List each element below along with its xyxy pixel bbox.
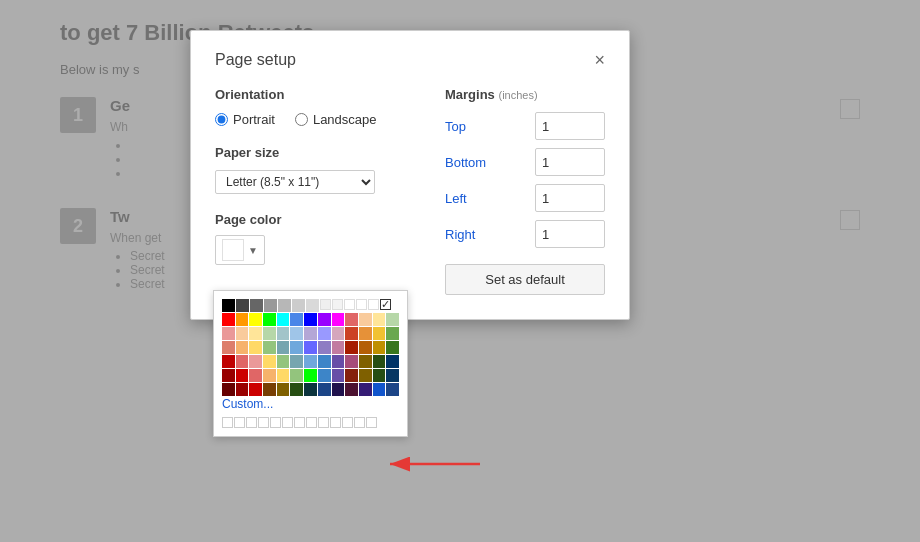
custom-swatch[interactable] — [294, 417, 305, 428]
modal-close-button[interactable]: × — [594, 51, 605, 69]
color-cell[interactable] — [356, 299, 367, 310]
color-cell[interactable] — [373, 383, 386, 396]
color-cell[interactable] — [386, 355, 399, 368]
color-cell[interactable] — [345, 369, 358, 382]
color-cell[interactable] — [263, 341, 276, 354]
color-cell[interactable] — [332, 327, 345, 340]
color-cell[interactable] — [304, 327, 317, 340]
color-cell[interactable] — [318, 341, 331, 354]
portrait-radio[interactable] — [215, 113, 228, 126]
color-cell[interactable] — [318, 369, 331, 382]
color-cell[interactable] — [304, 355, 317, 368]
color-cell[interactable] — [306, 299, 319, 312]
color-cell[interactable] — [304, 313, 317, 326]
color-cell[interactable] — [277, 369, 290, 382]
color-cell[interactable] — [368, 299, 379, 310]
custom-swatch[interactable] — [342, 417, 353, 428]
color-cell[interactable] — [236, 355, 249, 368]
color-cell[interactable] — [304, 369, 317, 382]
color-cell[interactable] — [222, 355, 235, 368]
color-cell[interactable] — [249, 341, 262, 354]
color-cell[interactable] — [373, 313, 386, 326]
color-cell[interactable] — [332, 355, 345, 368]
color-cell[interactable] — [373, 341, 386, 354]
color-cell[interactable] — [236, 383, 249, 396]
custom-swatch[interactable] — [282, 417, 293, 428]
color-cell[interactable] — [359, 383, 372, 396]
color-cell[interactable] — [332, 383, 345, 396]
color-cell[interactable] — [304, 341, 317, 354]
set-as-default-button[interactable]: Set as default — [445, 264, 605, 295]
color-cell[interactable] — [332, 341, 345, 354]
color-cell[interactable] — [386, 369, 399, 382]
color-cell[interactable] — [236, 369, 249, 382]
color-cell[interactable] — [332, 299, 343, 310]
color-cell[interactable] — [318, 355, 331, 368]
color-cell[interactable] — [345, 327, 358, 340]
color-cell[interactable] — [249, 369, 262, 382]
custom-color-link[interactable]: Custom... — [222, 397, 399, 411]
color-cell[interactable] — [263, 355, 276, 368]
color-cell[interactable] — [277, 341, 290, 354]
color-cell[interactable] — [359, 341, 372, 354]
custom-swatch[interactable] — [318, 417, 329, 428]
color-cell[interactable] — [373, 369, 386, 382]
custom-swatch[interactable] — [222, 417, 233, 428]
color-cell[interactable] — [222, 369, 235, 382]
color-cell[interactable] — [345, 341, 358, 354]
custom-swatch[interactable] — [330, 417, 341, 428]
color-cell[interactable] — [318, 383, 331, 396]
color-cell[interactable] — [290, 341, 303, 354]
color-cell[interactable] — [304, 383, 317, 396]
color-cell[interactable] — [332, 313, 345, 326]
color-cell[interactable] — [290, 313, 303, 326]
color-cell[interactable] — [359, 327, 372, 340]
color-cell[interactable] — [373, 355, 386, 368]
color-cell[interactable] — [236, 313, 249, 326]
color-cell[interactable] — [277, 383, 290, 396]
color-cell[interactable] — [345, 355, 358, 368]
color-cell[interactable] — [263, 369, 276, 382]
color-cell[interactable] — [318, 327, 331, 340]
custom-swatch[interactable] — [306, 417, 317, 428]
page-color-button[interactable]: ▼ — [215, 235, 265, 265]
color-cell[interactable] — [290, 369, 303, 382]
color-cell[interactable] — [290, 355, 303, 368]
color-cell[interactable] — [386, 383, 399, 396]
color-cell[interactable] — [222, 299, 235, 312]
landscape-radio[interactable] — [295, 113, 308, 126]
color-cell[interactable] — [359, 355, 372, 368]
color-cell[interactable] — [277, 313, 290, 326]
color-cell[interactable] — [359, 313, 372, 326]
custom-swatch[interactable] — [234, 417, 245, 428]
color-cell[interactable] — [386, 327, 399, 340]
custom-swatch[interactable] — [258, 417, 269, 428]
color-cell[interactable] — [318, 313, 331, 326]
color-cell[interactable] — [345, 383, 358, 396]
color-cell[interactable] — [249, 383, 262, 396]
color-cell[interactable] — [344, 299, 355, 310]
color-cell[interactable] — [263, 313, 276, 326]
color-cell[interactable] — [386, 341, 399, 354]
color-cell[interactable] — [236, 327, 249, 340]
color-cell[interactable] — [292, 299, 305, 312]
margin-left-input[interactable] — [535, 184, 605, 212]
color-cell[interactable] — [263, 383, 276, 396]
color-cell[interactable] — [249, 355, 262, 368]
color-cell[interactable] — [332, 369, 345, 382]
color-cell[interactable] — [320, 299, 331, 310]
custom-swatch[interactable] — [246, 417, 257, 428]
color-cell[interactable] — [222, 327, 235, 340]
paper-size-select[interactable]: Letter (8.5" x 11") A4 (8.27" x 11.69") … — [215, 170, 375, 194]
color-cell[interactable] — [249, 327, 262, 340]
margin-bottom-input[interactable] — [535, 148, 605, 176]
color-cell[interactable] — [290, 383, 303, 396]
color-cell[interactable] — [236, 341, 249, 354]
margin-right-input[interactable] — [535, 220, 605, 248]
color-cell[interactable] — [236, 299, 249, 312]
color-cell[interactable] — [278, 299, 291, 312]
color-cell[interactable] — [373, 327, 386, 340]
color-cell[interactable] — [222, 313, 235, 326]
color-cell[interactable] — [264, 299, 277, 312]
color-cell[interactable] — [222, 383, 235, 396]
